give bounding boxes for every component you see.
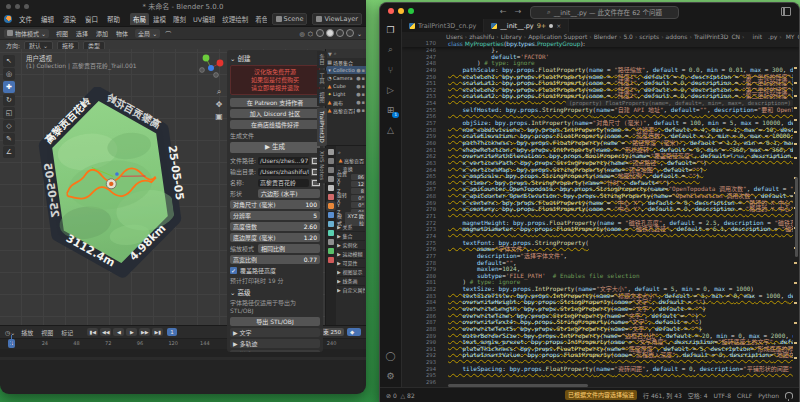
outliner-item[interactable]: ▲高黎贡百花岭_Trail●▪ [326, 106, 366, 114]
code-line[interactable]: 273 magnetDiameter: bpy.props.FloatPrope… [402, 226, 799, 233]
transport-◀[interactable]: ◀ [113, 328, 124, 336]
search-icon[interactable]: ⌕ [334, 50, 337, 57]
cursor-position[interactable]: 行 461, 列 43 [643, 391, 682, 400]
transform-value[interactable]: 0° [351, 202, 365, 208]
breadcrumb-item[interactable]: zhashifu [469, 33, 494, 40]
breadcrumb-item[interactable]: __init__.py [747, 33, 778, 40]
notifications-bell-icon[interactable] [785, 392, 793, 399]
timeline-menu-视图[interactable]: 视图 [39, 328, 55, 337]
code-line[interactable]: 292 plateInsertValue: bpy.props.FloatPro… [402, 352, 799, 359]
outliner-collection[interactable]: ▾ Collection ● ▪ [326, 66, 366, 74]
overlays-icon[interactable]: ⬡ [308, 30, 313, 37]
slider-高度倍数[interactable]: 高度倍数2.60 [230, 222, 320, 231]
modified-dot-icon[interactable] [549, 24, 553, 28]
transform-value[interactable]: 0° [351, 195, 365, 201]
prop-section-自定义属性[interactable]: ▶ 自定义属性 [337, 285, 365, 294]
menubar-item-编辑[interactable]: 编辑 [39, 14, 56, 24]
breadcrumb[interactable]: Users›zhashifu›Library›Application Suppo… [402, 32, 799, 40]
subpanel-样式预设[interactable]: ▶ 样式预设 [230, 350, 320, 352]
code-line[interactable]: 294 tileSpacing: bpy.props.FloatProperty… [402, 366, 799, 373]
current-frame-field[interactable]: 1 [167, 328, 177, 336]
workspace-tab-布局[interactable]: 布局 [130, 13, 149, 25]
close-tab-icon[interactable]: × [556, 22, 561, 29]
activity-source-control-icon[interactable]: ⑂ [384, 63, 397, 76]
breadcrumb-item[interactable]: TrailPrint3D_CN [694, 33, 740, 40]
transport-▮◀[interactable]: ▮◀ [87, 328, 98, 336]
workspace-tab-建模[interactable]: 建模 [150, 13, 169, 25]
activity-search-icon[interactable]: ⌕ [384, 43, 397, 56]
prop-section-视图显示[interactable]: ▶ 视图显示 [337, 267, 365, 276]
transform-value[interactable]: 8 [351, 188, 365, 194]
tool-annotate-icon[interactable]: ✎ [3, 133, 15, 145]
tool-move-icon[interactable]: ✚ [3, 81, 15, 93]
tool-scale-icon[interactable]: ◱ [3, 107, 15, 119]
eye-icon[interactable]: ● [356, 91, 360, 97]
shading-material-icon[interactable] [336, 29, 344, 37]
support-button[interactable]: 在 Patreon 支持作者 [230, 98, 320, 107]
advanced-section-header[interactable]: ⌄ 高级 [230, 287, 320, 297]
shape-dropdown[interactable]: 六边形 (水平) [258, 189, 320, 198]
slider-对角尺寸 (毫米)[interactable]: 对角尺寸 (毫米)100 [230, 200, 320, 209]
sticky-scroll-line[interactable]: 170 class MyProperties(bpy.types.Propert… [402, 40, 799, 47]
scene-selector[interactable]: Scene [272, 13, 308, 25]
viewport-menu-物体[interactable]: 物体 [114, 29, 130, 38]
properties-tab-tool-icon[interactable] [328, 149, 334, 155]
prop-section-集合[interactable]: ▶ 集合 [337, 231, 365, 240]
camera-toggle-icon[interactable]: ▪ [362, 99, 365, 105]
shading-wireframe-icon[interactable] [316, 29, 324, 37]
properties-search[interactable]: ⌕ [337, 148, 365, 156]
code-line[interactable]: 255 selfHosted: bpy.props.StringProperty… [402, 107, 799, 114]
encoding-status[interactable]: UTF-8 [714, 392, 732, 399]
mode-dropdown[interactable]: 物体模式 ⌄ [4, 29, 49, 38]
prop-section-可见性[interactable]: ▶ 可见性 [337, 258, 365, 267]
pan-hand-icon[interactable]: ✥ [214, 99, 224, 109]
properties-tab-modifiers-icon[interactable] [328, 212, 334, 218]
field-value[interactable]: /Users/zhes…97 (1).gpx [258, 157, 309, 165]
chevron-down-icon[interactable]: ⌄ [357, 30, 362, 37]
camera-toggle-icon[interactable]: ▪ [362, 67, 365, 73]
minimize-icon[interactable] [398, 8, 404, 14]
menubar-item-帮助[interactable]: 帮助 [105, 14, 122, 24]
viewlayer-selector[interactable]: ViewLayer [312, 13, 362, 25]
properties-tab-object-data-icon[interactable] [328, 248, 334, 254]
indent-warning-badge[interactable]: 已根据文件内容选择缩进 [565, 390, 637, 400]
workspace-tab-UV编辑[interactable]: UV编辑 [190, 13, 218, 25]
sidebar-tab-条目[interactable]: 条目 [317, 51, 327, 68]
workspace-tab-着色[interactable]: 着色 [252, 13, 266, 25]
breadcrumb-item[interactable]: addons [666, 33, 688, 40]
prop-section-运动模糊[interactable]: ▶ 运动模糊 [337, 249, 365, 258]
properties-tab-view-layer-icon[interactable] [328, 176, 334, 182]
breadcrumb-item[interactable]: scripts [639, 33, 659, 40]
indentation-status[interactable]: 空格: 4 [688, 391, 708, 400]
subpanel-多轨迹[interactable]: ▶ 多轨迹 [230, 339, 320, 348]
workspace-tab-雕刻[interactable]: 雕刻 [170, 13, 189, 25]
transport-▶▶[interactable]: ▶▶ [139, 328, 150, 336]
language-mode[interactable]: Python [758, 392, 779, 399]
navigation-gizmo[interactable] [196, 53, 226, 83]
zoom-tool-icon[interactable]: ⌕ [214, 87, 224, 97]
properties-tab-output-icon[interactable] [328, 167, 334, 173]
timeline-menu-播放[interactable]: 播放 [19, 328, 35, 337]
viewport-menu-添加[interactable]: 添加 [94, 29, 110, 38]
eye-icon[interactable]: ● [356, 107, 360, 113]
shading-solid-icon[interactable] [326, 29, 334, 37]
nav-forward-icon[interactable]: → [515, 7, 522, 16]
keying-icon[interactable]: ◆ [347, 328, 361, 336]
workspace-tab-纹理绘制[interactable]: 纹理绘制 [219, 13, 251, 25]
orientation-dropdown[interactable]: 全局 ⌄ [135, 29, 160, 38]
tab-trailprint3d-cn[interactable]: TrailPrint3D_cn.py [402, 19, 484, 32]
outliner-item[interactable]: ▲Cube●▪ [326, 82, 366, 90]
properties-tab-scene-icon[interactable] [328, 185, 334, 191]
menubar-item-窗口[interactable]: 窗口 [83, 14, 100, 24]
close-icon[interactable] [388, 8, 394, 14]
viewport-menu-视图[interactable]: 视图 [54, 29, 70, 38]
sidebar-tab-视图[interactable]: 视图 [317, 89, 327, 106]
proportional-edit-icon[interactable]: ◎ [299, 30, 304, 37]
outliner-scene-collection[interactable]: ▦ 场景集合 [326, 58, 366, 66]
sidebar-tab-工具[interactable]: 工具 [317, 70, 327, 87]
blender-logo-icon[interactable] [4, 15, 12, 23]
filter-icon[interactable]: ▼ [328, 51, 332, 57]
export-stl-obj-button[interactable]: 导出 STL/OBJ [230, 317, 320, 326]
prop-section-线条画[interactable]: ▶ 线条画 [337, 276, 365, 285]
active-object-row[interactable]: ▲ 高黎贡百花岭_Trail.001 [337, 156, 365, 164]
